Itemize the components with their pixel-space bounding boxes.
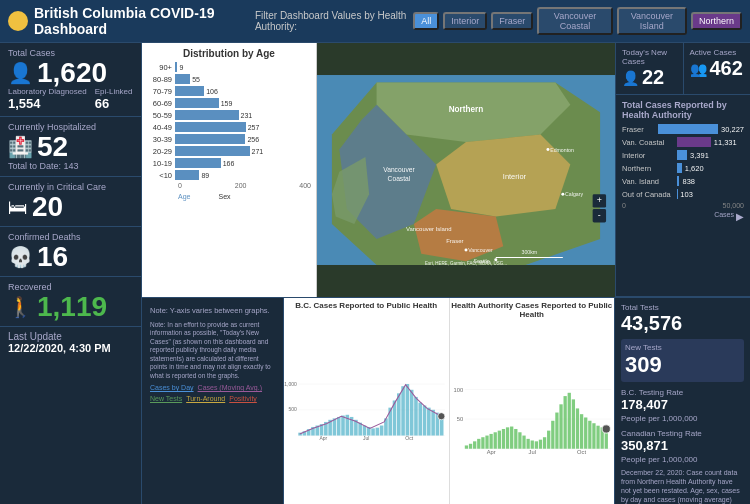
svg-text:Coastal: Coastal [388, 175, 411, 182]
svg-rect-103 [563, 396, 566, 449]
today-row: Today's New Cases 👤 22 Active Cases 👥 46… [616, 43, 750, 95]
filter-btn-van-coastal[interactable]: Vancouver Coastal [537, 7, 612, 35]
svg-rect-101 [555, 413, 558, 449]
total-cases-block: Total Cases 👤 1,620 Laboratory Diagnosed… [0, 43, 141, 117]
age-bar-row: 50-59231 [147, 110, 311, 120]
age-bar-row: 70-79106 [147, 86, 311, 96]
legend-positivity[interactable]: Positivity [229, 395, 257, 402]
svg-text:Jul: Jul [363, 435, 369, 441]
last-update-value: 12/22/2020, 4:30 PM [8, 342, 133, 354]
ha-cases-chart-title: Health Authority Cases Reported to Publi… [450, 298, 615, 319]
svg-point-70 [438, 413, 445, 420]
svg-text:Northern: Northern [449, 105, 484, 114]
svg-rect-51 [363, 426, 367, 436]
critical-label: Currently in Critical Care [8, 182, 133, 192]
svg-rect-66 [427, 408, 431, 436]
total-to-date: Total to Date: 143 [8, 161, 133, 171]
svg-rect-104 [567, 393, 570, 449]
filter-btn-northern[interactable]: Northern [691, 12, 742, 30]
ha-arrow-icon: ▶ [736, 211, 744, 222]
total-cases-value: 1,620 [37, 59, 107, 87]
age-bars-container: 90+980-895570-7910660-6915950-5923140-49… [147, 62, 311, 180]
ha-cases-label: Cases [714, 211, 734, 222]
svg-point-17 [465, 249, 468, 252]
svg-rect-59 [397, 393, 401, 435]
age-legend-label: Age [178, 193, 190, 200]
legend-moving-avg[interactable]: Cases (Moving Avg.) [198, 384, 262, 391]
legend-turnaround[interactable]: Turn-Around [186, 395, 225, 402]
svg-text:500: 500 [289, 406, 298, 412]
bottom-area: Note: Y-axis varies between graphs. Note… [142, 298, 750, 504]
today-new-cases-value: 22 [642, 66, 664, 89]
legend-cases-by-day[interactable]: Cases by Day [150, 384, 194, 391]
recovered-icon: 🚶 [8, 295, 33, 319]
cases-sub: Laboratory Diagnosed1,554 Epi-Linked66 [8, 87, 133, 111]
filter-bar: Filter Dashboard Values by Health Author… [255, 7, 742, 35]
svg-rect-95 [530, 441, 533, 449]
canadian-testing-rate-unit: People per 1,000,000 [621, 455, 744, 464]
svg-rect-63 [414, 397, 418, 436]
bottom-right-note: December 22, 2020: Case count data from … [621, 468, 744, 504]
svg-rect-83 [481, 437, 484, 449]
svg-rect-108 [584, 417, 587, 448]
svg-rect-86 [493, 432, 496, 448]
svg-rect-81 [473, 441, 476, 448]
svg-point-114 [602, 425, 610, 433]
age-bar-row: 80-8955 [147, 74, 311, 84]
filter-btn-all[interactable]: All [413, 12, 439, 30]
deaths-value: 16 [37, 243, 68, 271]
active-cases-icon: 👥 [690, 61, 707, 77]
ha-bar-row: Northern1,620 [622, 163, 744, 173]
svg-text:Edmonton: Edmonton [550, 147, 574, 153]
filter-btn-interior[interactable]: Interior [443, 12, 487, 30]
bc-testing-rate-label: B.C. Testing Rate [621, 388, 744, 397]
svg-rect-88 [501, 429, 504, 449]
filter-btn-van-island[interactable]: Vancouver Island [617, 7, 687, 35]
svg-rect-94 [526, 439, 529, 449]
svg-rect-45 [337, 417, 341, 436]
bottom-left-note: Note: Y-axis varies between graphs. Note… [142, 298, 284, 504]
right-panel-top: Today's New Cases 👤 22 Active Cases 👥 46… [615, 43, 750, 297]
ha-bar-row: Fraser30,227 [622, 124, 744, 134]
active-cases-label: Active Cases [690, 48, 745, 57]
svg-rect-106 [575, 408, 578, 448]
ha-bar-row: Interior3,391 [622, 150, 744, 160]
bottom-right-panel: Total Tests 43,576 New Tests 309 B.C. Te… [615, 298, 750, 504]
hospitalized-block: Currently Hospitalized 🏥 52 Total to Dat… [0, 117, 141, 177]
bc-cases-chart: B.C. Cases Reported to Public Health 1,0… [284, 298, 449, 504]
svg-rect-80 [468, 444, 471, 449]
deaths-block: Confirmed Deaths 💀 16 [0, 227, 141, 277]
ha-bar-row: Van. Coastal11,331 [622, 137, 744, 147]
ha-chart: Total Cases Reported by Health Authority… [616, 95, 750, 297]
legend-new-tests[interactable]: New Tests [150, 395, 182, 402]
svg-rect-98 [542, 437, 545, 449]
svg-rect-55 [380, 426, 384, 436]
total-tests-value: 43,576 [621, 312, 744, 335]
last-update-label: Last Update [8, 331, 133, 342]
left-panel: Total Cases 👤 1,620 Laboratory Diagnosed… [0, 43, 142, 504]
svg-text:Fraser: Fraser [446, 238, 463, 244]
age-bar-row: 30-39256 [147, 134, 311, 144]
critical-block: Currently in Critical Care 🛏 20 [0, 177, 141, 227]
person-icon: 👤 [8, 61, 33, 85]
svg-text:Oct: Oct [405, 435, 413, 441]
today-new-cases-label: Today's New Cases [622, 48, 677, 66]
center-top: Distribution by Age 90+980-895570-791066… [142, 43, 750, 298]
filter-btn-fraser[interactable]: Fraser [491, 12, 533, 30]
svg-rect-90 [510, 427, 513, 449]
svg-rect-46 [341, 416, 345, 436]
recovered-value: 1,119 [37, 293, 107, 321]
svg-text:1,000: 1,000 [284, 381, 297, 387]
bc-cases-chart-title: B.C. Cases Reported to Public Health [284, 298, 449, 310]
bottom-note: Note: Y-axis varies between graphs. [150, 306, 275, 315]
bc-testing-rate-block: B.C. Testing Rate 178,407 People per 1,0… [621, 386, 744, 423]
svg-text:Jul: Jul [528, 449, 535, 455]
svg-rect-53 [371, 428, 375, 435]
total-tests-block: Total Tests 43,576 [621, 303, 744, 335]
svg-rect-110 [592, 423, 595, 448]
svg-rect-100 [551, 421, 554, 449]
age-axis: 0200400 [147, 182, 311, 189]
svg-text:300km: 300km [522, 249, 538, 255]
svg-rect-54 [376, 428, 380, 436]
svg-rect-109 [588, 421, 591, 449]
